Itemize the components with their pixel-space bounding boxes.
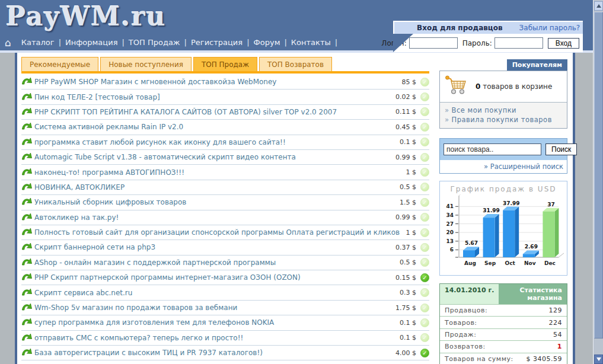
product-row[interactable]: Automagic Tube Script v1.38 - автоматиче… bbox=[21, 150, 429, 165]
nav-link[interactable]: Информация | bbox=[61, 38, 125, 47]
product-row[interactable]: AShop - онлайн магазин с поддержкой парт… bbox=[21, 256, 429, 270]
nav-link[interactable]: Контакты | bbox=[287, 38, 337, 47]
svg-text:Nov: Nov bbox=[524, 260, 536, 266]
nav-link[interactable]: Форум | bbox=[250, 38, 287, 47]
nav-link-label[interactable]: Регистрация bbox=[187, 38, 247, 47]
availability-check-icon: ✓ bbox=[420, 183, 429, 191]
stats-title: Статистика магазина bbox=[499, 284, 567, 304]
product-title[interactable]: База авторегистрации с высоким ТИЦ и PR … bbox=[34, 349, 391, 357]
product-arrow-icon bbox=[21, 212, 34, 223]
product-arrow-icon bbox=[21, 257, 34, 269]
cart-link[interactable]: »Все мои покупки bbox=[445, 106, 562, 115]
product-title[interactable]: программка ставит любой рисунок как икон… bbox=[34, 138, 395, 146]
product-row[interactable]: Wm-Shop 5v магазин по продажи товаров за… bbox=[21, 301, 429, 315]
password-input[interactable] bbox=[494, 37, 543, 49]
nav-link-label[interactable]: Каталог bbox=[17, 38, 59, 47]
seller-login-widget: Вход для продавцов Забыли пароль? Логин:… bbox=[393, 21, 583, 52]
product-price: 1 $ bbox=[406, 229, 417, 237]
buyers-tab[interactable]: Покупателям bbox=[507, 59, 567, 71]
product-title[interactable]: AShop - онлайн магазин с поддержкой парт… bbox=[34, 258, 395, 267]
cart-count-text: 0 товаров в корзине bbox=[476, 82, 552, 91]
product-title[interactable]: супер программка для изготовления тем дл… bbox=[34, 318, 395, 327]
cart-link[interactable]: »Правила покупки товаров bbox=[445, 115, 562, 124]
product-arrow-icon bbox=[21, 106, 34, 118]
tab-label[interactable]: Рекомендуемые bbox=[30, 60, 90, 69]
nav-separator: | bbox=[335, 38, 337, 47]
product-row[interactable]: PHP СКРИПТ ТОП РЕЙТИНГА КАТАЛОГА САЙТОВ … bbox=[21, 105, 429, 120]
product-title[interactable]: Пин код ТЕЛЕ-2 [тестовый товар] bbox=[34, 93, 391, 101]
product-title[interactable]: Скрипт баннерной сети на php3 bbox=[34, 243, 391, 251]
product-title[interactable]: наконец-то! программа АВТОГИПНОЗ!!! bbox=[34, 168, 401, 177]
vertical-scrollbar[interactable] bbox=[593, 0, 603, 364]
product-title[interactable]: PHP Скрипт партнерской программы интерне… bbox=[34, 273, 391, 282]
tab-label[interactable]: ТОП Продаж bbox=[202, 60, 249, 69]
product-tab[interactable]: ТОП Продаж bbox=[193, 57, 257, 71]
product-list: PHP PayWM SHOP Магазин с мгновенной дост… bbox=[21, 75, 429, 360]
product-title[interactable]: PHP СКРИПТ ТОП РЕЙТИНГА КАТАЛОГА САЙТОВ … bbox=[34, 108, 391, 116]
product-row[interactable]: отправить СМС с компьютера? теперь легко… bbox=[21, 331, 429, 346]
nav-link[interactable]: Каталог | bbox=[17, 38, 61, 47]
product-title[interactable]: Полность готовый сайт для организации сп… bbox=[34, 228, 401, 237]
product-tab[interactable]: Рекомендуемые bbox=[21, 57, 98, 71]
scroll-down-button[interactable] bbox=[594, 355, 603, 364]
svg-text:37.99: 37.99 bbox=[503, 200, 519, 206]
product-title[interactable]: Automagic Tube Script v1.38 - автоматиче… bbox=[34, 153, 391, 161]
tab-label[interactable]: ТОП Возвратов bbox=[267, 60, 324, 69]
product-row[interactable]: Пин код ТЕЛЕ-2 [тестовый товар] 0.02 $ ✓ bbox=[21, 90, 429, 104]
cart-summary: 0 товаров в корзине bbox=[440, 71, 567, 102]
availability-check-icon: ✓ bbox=[420, 123, 429, 132]
cart-count-label: товаров в корзине bbox=[480, 82, 552, 91]
search-button[interactable]: Поиск bbox=[545, 143, 577, 155]
product-title[interactable]: Система активной рекламы Rain IP v2.0 bbox=[34, 123, 391, 131]
product-title[interactable]: PHP PayWM SHOP Магазин с мгновенной дост… bbox=[34, 78, 397, 86]
product-row[interactable]: PHP Скрипт партнерской программы интерне… bbox=[21, 270, 429, 285]
home-icon[interactable]: ⌂ bbox=[5, 37, 11, 49]
product-row[interactable]: Полность готовый сайт для организации сп… bbox=[21, 225, 429, 240]
scrollbar-thumb[interactable] bbox=[594, 12, 603, 339]
login-submit-button[interactable]: Вход bbox=[548, 38, 579, 49]
product-row[interactable]: База авторегистрации с высоким ТИЦ и PR … bbox=[21, 346, 429, 360]
availability-check-icon: ✓ bbox=[420, 349, 429, 357]
product-title[interactable]: Уникальный сборник цифровых товаров bbox=[34, 198, 395, 206]
tab-label[interactable]: Новые поступления bbox=[109, 60, 183, 69]
product-title[interactable]: отправить СМС с компьютера? теперь легко… bbox=[34, 334, 395, 342]
product-tab[interactable]: ТОП Возвратов bbox=[259, 57, 332, 71]
nav-link-label[interactable]: Информация bbox=[61, 38, 122, 47]
product-row[interactable]: Уникальный сборник цифровых товаров 1.5 … bbox=[21, 195, 429, 210]
product-row[interactable]: Система активной рекламы Rain IP v2.0 0.… bbox=[21, 120, 429, 135]
nav-link-label[interactable]: ТОП Продаж bbox=[125, 38, 184, 47]
product-title[interactable]: Автокликер на так.ру! bbox=[34, 213, 391, 222]
svg-text:2.69: 2.69 bbox=[525, 244, 538, 250]
nav-link-label[interactable]: Форум bbox=[250, 38, 285, 47]
scroll-up-button[interactable] bbox=[594, 1, 603, 11]
forgot-password-link[interactable]: Забыли пароль? bbox=[519, 24, 580, 32]
stat-row: Продавцов: 129 bbox=[440, 304, 567, 316]
product-row[interactable]: программка ставит любой рисунок как икон… bbox=[21, 135, 429, 150]
cart-link-label[interactable]: Правила покупки товаров bbox=[452, 116, 552, 124]
nav-link-label[interactable]: Контакты bbox=[287, 38, 335, 47]
stat-label: Продавцов: bbox=[445, 306, 487, 314]
nav-link[interactable]: Регистрация | bbox=[187, 38, 250, 47]
product-arrow-icon bbox=[21, 332, 34, 344]
product-row[interactable]: супер программка для изготовления тем дл… bbox=[21, 315, 429, 330]
product-row[interactable]: НОВИНКА, АВТОКЛИКЕР 0.5 $ ✓ bbox=[21, 180, 429, 195]
nav-link[interactable]: ТОП Продаж | bbox=[125, 38, 187, 47]
advanced-search-link[interactable]: » Расширенный поиск bbox=[440, 160, 567, 173]
product-title[interactable]: Wm-Shop 5v магазин по продажи товаров за… bbox=[34, 304, 391, 312]
product-arrow-icon bbox=[21, 302, 34, 314]
product-row[interactable]: Скрипт баннерной сети на php3 0.37 $ ✓ bbox=[21, 240, 429, 255]
stats-header: 14.01.2010 г. Статистика магазина bbox=[440, 284, 567, 304]
product-row[interactable]: PHP PayWM SHOP Магазин с мгновенной дост… bbox=[21, 75, 429, 90]
product-row[interactable]: Автокликер на так.ру! 0.99 $ ✓ bbox=[21, 210, 429, 225]
site-logo[interactable]: PayWM.ru bbox=[6, 1, 167, 31]
product-row[interactable]: Скрипт сервиса abc.net.ru 0.3 $ ✓ bbox=[21, 285, 429, 300]
search-input[interactable] bbox=[444, 143, 541, 155]
down-arrow-icon bbox=[596, 357, 601, 361]
cart-link-label[interactable]: Все мои покупки bbox=[452, 106, 517, 114]
product-row[interactable]: наконец-то! программа АВТОГИПНОЗ!!! 1 $ … bbox=[21, 165, 429, 180]
product-title[interactable]: НОВИНКА, АВТОКЛИКЕР bbox=[34, 183, 395, 191]
login-input[interactable] bbox=[409, 37, 458, 49]
product-title[interactable]: Скрипт сервиса abc.net.ru bbox=[34, 289, 395, 297]
product-tab[interactable]: Новые поступления bbox=[100, 57, 192, 71]
product-arrow-icon bbox=[21, 136, 34, 148]
